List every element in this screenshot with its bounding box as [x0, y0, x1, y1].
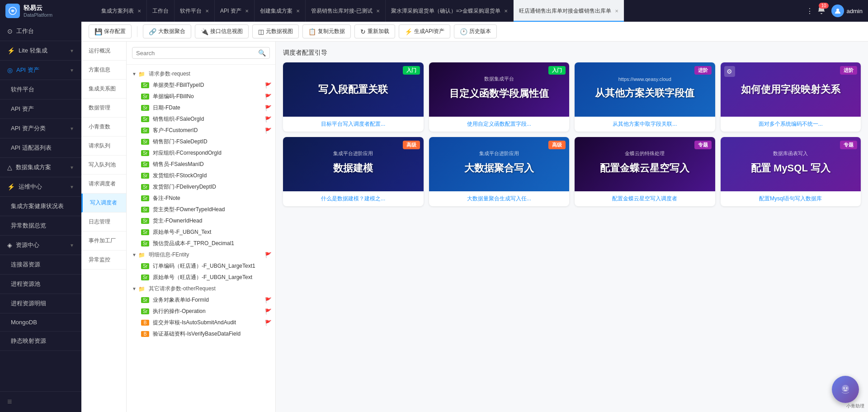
toolbar-btn-save[interactable]: 💾保存配置 — [89, 24, 132, 38]
mid-nav-write_queue[interactable]: 写入队列池 — [81, 156, 126, 175]
mid-nav-log_mgmt[interactable]: 日志管理 — [81, 213, 126, 232]
guide-card-c7[interactable]: 金蝶云的特殊处理 配置金蝶云星空写入 专题 配置金蝶云星空写入调度者 — [575, 137, 715, 206]
sidebar-item-lite[interactable]: ⚡ Lite 轻集成 ▼ — [0, 41, 81, 61]
guide-card-c1[interactable]: 写入段配置关联 入门 目标平台写入调度者配置... — [283, 62, 424, 132]
assistant-button[interactable] — [832, 376, 859, 403]
mid-nav-request_scheduler[interactable]: 请求调度者 — [81, 175, 126, 194]
tree-node[interactable]: ▼ 📁 明细信息-FEntity 🚩 — [127, 249, 275, 260]
guide-card-c5[interactable]: 集成平台进阶应用 数据建模 高级 什么是数据建模？建模之... — [283, 137, 424, 206]
toolbar-btn-gen_api[interactable]: ⚡生成API资产 — [399, 24, 450, 38]
gear-icon[interactable]: ⚙ — [724, 66, 735, 77]
sidebar-item-data_integration[interactable]: △ 数据集成方案 ▼ — [0, 158, 81, 177]
tree-node[interactable]: Sr 发货部门-FDeliveryDeptID — [127, 181, 275, 193]
mid-nav-event_factory[interactable]: 事件加工厂 — [81, 232, 126, 251]
tree-node[interactable]: Sr 业务对象表单Id-FormId 🚩 — [127, 294, 275, 306]
guide-card-c2[interactable]: 数据集成平台 目定义函数学段属性值 入门 使用自定义函数配置字段... — [429, 62, 570, 132]
tree-node[interactable]: Sr 对应组织-FCorrespondOrgId — [127, 147, 275, 159]
toolbar-btn-interface_view[interactable]: 🔌接口信息视图 — [195, 24, 249, 38]
toolbar-btn-history[interactable]: 🕐历史版本 — [454, 24, 497, 38]
user-menu[interactable]: admin — [831, 5, 863, 17]
tree-node[interactable]: Sr 销售部门-FSaleDeptID — [127, 136, 275, 147]
sidebar-label-exception_data: 异常数据总览 — [7, 222, 46, 230]
tree-node[interactable]: Sr 客户-FCustomerID 🚩 — [127, 125, 275, 136]
tab-t2[interactable]: 工作台 — [147, 0, 175, 22]
sidebar-item-api_assets[interactable]: ◎ API 资产 ▼ — [0, 61, 81, 80]
mid-nav-integration_graph[interactable]: 集成关系图 — [81, 80, 126, 99]
search-input[interactable] — [136, 50, 255, 57]
sidebar-item-workbench[interactable]: ⊙ 工作台 — [0, 22, 81, 41]
sidebar-item-process_pool[interactable]: 进程资源池 — [0, 275, 81, 294]
tree-node[interactable]: Sr 预估货品成本-F_TPRO_Decimal1 — [127, 238, 275, 249]
tab-close-t1[interactable]: ✕ — [137, 9, 141, 14]
mid-nav-small_query[interactable]: 小青查数 — [81, 118, 126, 137]
sidebar-item-resource_center[interactable]: ◈ 资源中心 ▼ — [0, 236, 81, 255]
guide-card-c3[interactable]: https://www.qeasy.cloud 从其他方案关联字段值 进阶 从其… — [575, 62, 715, 132]
sidebar-item-software[interactable]: 软件平台 — [0, 80, 81, 99]
tab-t1[interactable]: 集成方案列表✕ — [96, 0, 147, 22]
mid-nav-data_mgmt[interactable]: 数据管理 — [81, 99, 126, 118]
sidebar-item-process_detail[interactable]: 进程资源明细 — [0, 294, 81, 313]
tab-t7[interactable]: 聚水潭采购退货单（确认）=>金蝶采购退货单✕ — [386, 0, 514, 22]
sidebar-item-ops_center[interactable]: ⚡ 运维中心 ▼ — [0, 177, 81, 197]
guide-card-c4[interactable]: ⚙ 如何使用字段映射关系 进阶 面对多个系统编码不统一... — [721, 62, 861, 132]
toolbar-btn-big_data[interactable]: 🔗大数据聚合 — [143, 24, 191, 38]
guide-card-c6[interactable]: 集成平台进阶应用 大数据聚合写入 高级 大数据量聚合生成写入任... — [429, 137, 570, 206]
tab-t8[interactable]: 旺店通销售出库单对接金蝶销售出库单✕ — [514, 0, 624, 22]
tree-node[interactable]: Sr 货主类型-FOwnerTypeIdHead — [127, 204, 275, 215]
tree-node[interactable]: Sr 单据编码-FBillNo 🚩 — [127, 91, 275, 102]
tab-close-t8[interactable]: ✕ — [615, 9, 618, 14]
card-main-text-c3: 从其他方案关联字段值 — [591, 84, 698, 103]
tree-node[interactable]: Sr 执行的操作-Operation 🚩 — [127, 306, 275, 317]
sidebar-label-api_resource: API 资产 — [7, 105, 34, 113]
sidebar-item-integration_health[interactable]: 集成方案健康状况表 — [0, 197, 81, 216]
sidebar-item-api_adapter[interactable]: API 适配器列表 — [0, 138, 81, 158]
mid-nav-scheme_info[interactable]: 方案信息 — [81, 61, 126, 80]
tab-t5[interactable]: 创建集成方案✕ — [255, 0, 306, 22]
tab-t3[interactable]: 软件平台✕ — [175, 0, 215, 22]
tree-node[interactable]: ▼ 📁 请求参数-request — [127, 68, 275, 80]
folder-icon: 📁 — [138, 71, 145, 77]
mid-nav-exception_monitor[interactable]: 异常监控 — [81, 251, 126, 270]
more-tabs-button[interactable]: ⋮ — [802, 7, 817, 15]
tree-node[interactable]: Sr 销售组织-FSaleOrgId 🚩 — [127, 114, 275, 125]
node-label: 请求参数-request — [149, 70, 272, 78]
mid-nav-request_queue[interactable]: 请求队列 — [81, 137, 126, 156]
sidebar-item-mongodb[interactable]: MongoDB — [0, 313, 81, 331]
mid-nav-overview[interactable]: 运行概况 — [81, 42, 126, 61]
sidebar-text-process_pool: 进程资源池 — [11, 280, 40, 288]
mid-nav-write_scheduler[interactable]: 写入调度者 — [81, 194, 126, 213]
tab-t6[interactable]: 管易销售出库对接-已测试✕ — [306, 0, 386, 22]
notification-bell[interactable]: 10 — [817, 5, 826, 16]
toolbar-btn-copy_meta[interactable]: 📋复制元数据 — [302, 24, 351, 38]
tree-node[interactable]: ▼ 📁 其它请求参数-otherRequest — [127, 283, 275, 294]
tree-node[interactable]: Sr 发货组织-FStockOrgId — [127, 170, 275, 181]
tree-node[interactable]: Sr 订单编码（旺店通）-F_UBGN_LargeText1 — [127, 260, 275, 272]
tree-node[interactable]: Sr 日期-FDate 🚩 — [127, 102, 275, 114]
tab-t4[interactable]: API 资产✕ — [215, 0, 255, 22]
tab-close-t5[interactable]: ✕ — [296, 9, 300, 14]
tab-close-t7[interactable]: ✕ — [504, 9, 508, 14]
tab-close-t4[interactable]: ✕ — [245, 9, 249, 14]
tab-label: API 资产 — [220, 7, 241, 15]
tree-node[interactable]: Sr 货主-FOwnerIdHead — [127, 215, 275, 227]
tree-node[interactable]: Sr 原始单号-F_UBGN_Text — [127, 227, 275, 238]
sidebar-item-connector[interactable]: 连接器资源 — [0, 255, 81, 275]
tab-close-t3[interactable]: ✕ — [205, 9, 209, 14]
sidebar-item-exception_data[interactable]: 异常数据总览 — [0, 216, 81, 236]
sidebar-collapse-button[interactable]: ≡ — [0, 391, 81, 412]
tab-close-t6[interactable]: ✕ — [376, 9, 380, 14]
tree-node[interactable]: Sr 单据类型-FBillTypeID 🚩 — [127, 80, 275, 91]
tree-node[interactable]: B 验证基础资料-IsVerifyBaseDataField — [127, 328, 275, 340]
guide-card-c8[interactable]: 数据库函表写入 配置 MySQL 写入 专题 配置Mysql语句写入数据库 — [721, 137, 861, 206]
toolbar-btn-reload[interactable]: ↻重新加载 — [354, 24, 395, 38]
sidebar-item-api_resource[interactable]: API 资产 — [0, 99, 81, 119]
toolbar-btn-meta_view[interactable]: ◫元数据视图 — [252, 24, 299, 38]
tree-node[interactable]: Sr 原始单号（旺店通）-F_UBGN_LargeText — [127, 272, 275, 283]
sidebar-item-api_category[interactable]: API 资产分类 ▼ — [0, 119, 81, 138]
tree-node[interactable]: B 提交并审核-IsAutoSubmitAndAudit 🚩 — [127, 317, 275, 328]
required-flag: 🚩 — [265, 308, 272, 315]
tree-node[interactable]: Sr 备注-FNote — [127, 193, 275, 204]
tree-node[interactable]: Sr 销售员-FSalesManID — [127, 159, 275, 170]
sidebar-label-api_category: API 资产分类 — [7, 124, 46, 133]
sidebar-item-static_mapping[interactable]: 静态映射资源 — [0, 331, 81, 351]
